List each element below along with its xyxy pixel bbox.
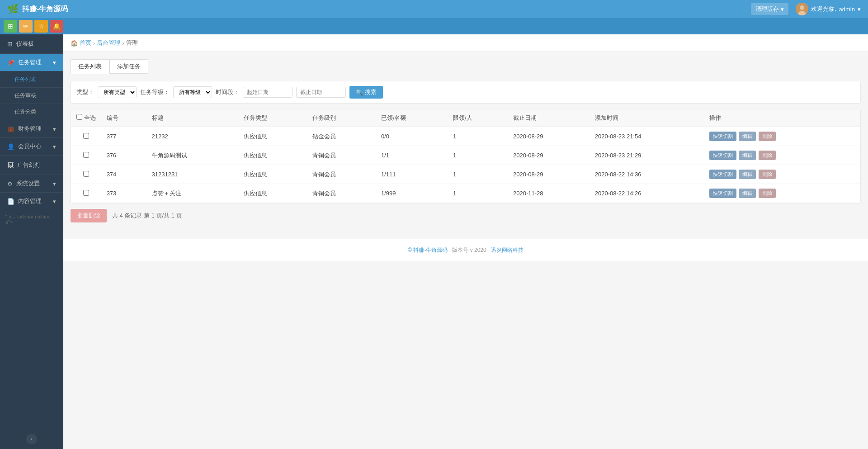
row-level: 青铜会员: [307, 146, 376, 165]
sidebar-item-ad[interactable]: 🖼 广告幻灯: [0, 156, 63, 175]
toolbar-btn-edit[interactable]: ✏: [19, 20, 33, 33]
row-addtime: 2020-08-22 14:36: [590, 165, 704, 184]
store-label: 清理版存: [755, 5, 779, 13]
col-header-deadline: 截止日期: [508, 109, 590, 127]
toolbar-btn-star[interactable]: ☆: [34, 20, 48, 33]
delete-btn-374[interactable]: 删除: [759, 170, 776, 179]
row-limit: 1: [448, 184, 508, 203]
sidebar-subitem-task-list[interactable]: 任务列表: [0, 71, 63, 88]
edit-btn-377[interactable]: 编辑: [739, 132, 756, 141]
sidebar-collapse-btn[interactable]: ‹: [26, 434, 37, 444]
row-checkbox-373[interactable]: [83, 190, 89, 196]
footer-company-link[interactable]: 迅炎网络科技: [491, 247, 524, 253]
start-date-input[interactable]: [243, 87, 292, 98]
quick-cut-btn-373[interactable]: 快速切割: [709, 189, 736, 198]
dropdown-icon: ▾: [781, 6, 784, 13]
task-list-label: 任务列表: [14, 76, 36, 82]
sidebar-section-task-mgmt[interactable]: 📌 任务管理 ▾: [0, 54, 63, 71]
sidebar-item-label-member: 会员中心: [18, 142, 42, 151]
search-btn[interactable]: 🔍 搜索: [349, 86, 383, 99]
col-header-select: 全选: [71, 109, 101, 127]
level-filter-select[interactable]: 所有等级 钻金会员 青铜会员: [173, 86, 212, 98]
footer-copyright-link[interactable]: © 抖赚-牛角源码: [408, 247, 449, 253]
footer-copyright: © 抖赚-牛角源码: [408, 247, 448, 253]
row-count: 1/1: [376, 146, 448, 165]
delete-btn-377[interactable]: 删除: [759, 132, 776, 141]
row-type: 供应信息: [238, 184, 307, 203]
main-content: 🏠 首页 › 后台管理 › 管理 任务列表 添加任务 类型： 所有类型: [63, 34, 868, 449]
col-header-level: 任务级别: [307, 109, 376, 127]
row-checkbox-374[interactable]: [83, 171, 89, 177]
sidebar-subitem-task-review[interactable]: 任务审核: [0, 88, 63, 104]
end-date-input[interactable]: [296, 87, 346, 98]
edit-btn-373[interactable]: 编辑: [739, 189, 756, 198]
content-area: 任务列表 添加任务 类型： 所有类型 供应信息 其他 任务等级： 所有等级 钻金…: [63, 52, 868, 230]
row-level: 青铜会员: [307, 165, 376, 184]
sidebar-section-member[interactable]: 👤 会员中心 ▾: [0, 138, 63, 156]
quick-cut-btn-376[interactable]: 快速切割: [709, 151, 736, 160]
row-id: 373: [101, 184, 146, 203]
settings-chevron: ▾: [53, 180, 56, 187]
task-category-label: 任务分类: [14, 109, 36, 115]
header-right: 清理版存 ▾ 欢迎光临, admin ▾: [751, 3, 861, 15]
delete-btn-376[interactable]: 删除: [759, 151, 776, 160]
quick-cut-btn-377[interactable]: 快速切割: [709, 132, 736, 141]
level-filter-label: 任务等级：: [140, 88, 170, 96]
sidebar-section-finance[interactable]: 💼 财务管理 ▾: [0, 120, 63, 138]
toolbar-btn-home[interactable]: ⊞: [4, 20, 17, 33]
col-header-limit: 限领/人: [448, 109, 508, 127]
col-header-count: 已领/名额: [376, 109, 448, 127]
task-table-container: 全选 编号 标题 任务类型 任务级别 已领/名额 限领/人 截止日期 添加时间 …: [71, 109, 861, 203]
row-checkbox-377[interactable]: [83, 133, 89, 139]
row-addtime: 2020-08-23 21:54: [590, 127, 704, 146]
breadcrumb-home-link[interactable]: 首页: [80, 39, 91, 47]
row-count: 0/0: [376, 127, 448, 146]
sidebar-item-dashboard[interactable]: ⊞ 仪表板: [0, 34, 63, 54]
tab-task-list[interactable]: 任务列表: [71, 59, 109, 74]
breadcrumb: 🏠 首页 › 后台管理 › 管理: [63, 34, 868, 52]
sidebar-item-label-settings: 系统设置: [16, 180, 40, 188]
row-type: 供应信息: [238, 127, 307, 146]
row-actions: 快速切割 编辑 删除: [704, 184, 860, 203]
select-all-checkbox[interactable]: [76, 114, 82, 120]
row-checkbox-cell: [71, 165, 101, 184]
sidebar-section-settings[interactable]: ⚙ 系统设置 ▾: [0, 175, 63, 193]
app-logo: 🌿 抖赚-牛角源码: [7, 4, 68, 14]
filter-bar: 类型： 所有类型 供应信息 其他 任务等级： 所有等级 钻金会员 青铜会员 时间…: [71, 81, 861, 104]
delete-btn-373[interactable]: 删除: [759, 189, 776, 198]
footer-company: 迅炎网络科技: [491, 247, 524, 253]
row-limit: 1: [448, 165, 508, 184]
bottom-bar: 批量删除 共 4 条记录 第 1 页/共 1 页: [71, 209, 861, 222]
type-filter-select[interactable]: 所有类型 供应信息 其他: [98, 86, 137, 98]
row-addtime: 2020-08-22 14:26: [590, 184, 704, 203]
user-name: admin: [839, 6, 855, 13]
dashboard-icon: ⊞: [7, 40, 13, 47]
sidebar: ⊞ 仪表板 📌 任务管理 ▾ 任务列表 任务审核 任务分类 💼 财务管理 ▾: [0, 34, 63, 449]
batch-delete-btn[interactable]: 批量删除: [71, 209, 107, 222]
edit-btn-376[interactable]: 编辑: [739, 151, 756, 160]
sidebar-subitem-task-category[interactable]: 任务分类: [0, 104, 63, 120]
row-title: 21232: [146, 127, 239, 146]
col-header-type: 任务类型: [238, 109, 307, 127]
col-header-id: 编号: [101, 109, 146, 127]
user-info[interactable]: 欢迎光临, admin ▾: [796, 3, 861, 15]
table-header-row: 全选 编号 标题 任务类型 任务级别 已领/名额 限领/人 截止日期 添加时间 …: [71, 109, 860, 127]
settings-icon: ⚙: [7, 180, 13, 187]
row-addtime: 2020-08-23 21:29: [590, 146, 704, 165]
row-id: 377: [101, 127, 146, 146]
quick-cut-btn-374[interactable]: 快速切割: [709, 170, 736, 179]
type-filter-label: 类型：: [76, 88, 94, 96]
col-header-title: 标题: [146, 109, 239, 127]
edit-btn-374[interactable]: 编辑: [739, 170, 756, 179]
main-layout: ⊞ 仪表板 📌 任务管理 ▾ 任务列表 任务审核 任务分类 💼 财务管理 ▾: [0, 34, 868, 449]
row-title: 点赞＋关注: [146, 184, 239, 203]
row-checkbox-376[interactable]: [83, 152, 89, 158]
sidebar-section-content[interactable]: 📄 内容管理 ▾: [0, 193, 63, 210]
table-body: 377 21232 供应信息 钻金会员 0/0 1 2020-08-29 202…: [71, 127, 860, 203]
store-selector-btn[interactable]: 清理版存 ▾: [751, 3, 788, 15]
breadcrumb-admin-link[interactable]: 后台管理: [97, 39, 120, 47]
row-checkbox-cell: [71, 146, 101, 165]
toolbar-btn-bell[interactable]: 🔔: [50, 20, 63, 33]
tab-add-task[interactable]: 添加任务: [109, 59, 148, 74]
content-chevron: ▾: [53, 198, 56, 205]
